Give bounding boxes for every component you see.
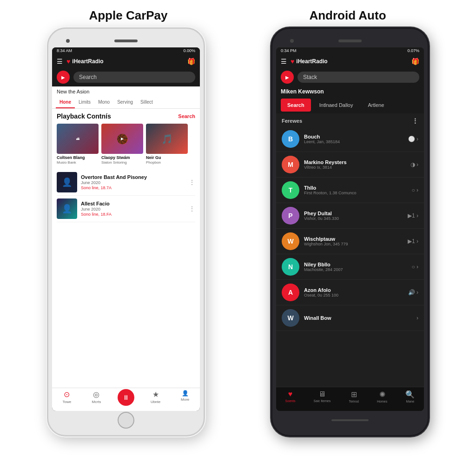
contact-name-2: Thllo [304, 185, 407, 191]
content-title: Playback Contnís [57, 112, 111, 120]
content-header: Playback Contnís Search [52, 109, 200, 122]
media-card-3[interactable]: 🎵 Neir Gu Phopbon [146, 124, 188, 165]
towe-icon: ⊙ [64, 390, 70, 399]
list-item-2[interactable]: 👤 Allest Facio June 2020 Sono line, 18.F… [57, 196, 195, 222]
apple-status-left: 8:34 AM [57, 48, 72, 54]
contact-row-0[interactable]: B Bouch Leent, Jan, 385184 ⚪ › [276, 126, 424, 152]
android-screen: 0:34 PM 0.07% ☰ ♥ iHeartRadio 🎁 ▶ Stac [276, 47, 424, 411]
mcrts-icon: ◎ [93, 390, 99, 399]
android-tab-intlnaed[interactable]: Intlnaed Dalloy [313, 99, 360, 112]
tab-mono[interactable]: Mono [94, 97, 113, 108]
gift-icon[interactable]: 🎁 [187, 58, 195, 65]
android-search-input[interactable]: Stack [298, 72, 419, 83]
android-bottom-soents[interactable]: ♥ Soents [285, 390, 296, 409]
tab-hone[interactable]: Hone [56, 97, 75, 108]
apple-nav-tabs: Hone Limits Mono Serving Sillect [52, 97, 200, 109]
android-app-name: iHeartRadio [296, 58, 327, 65]
app-name-apple: iHeartRadio [72, 58, 103, 65]
soents-label: Soents [285, 399, 296, 403]
tab-sillect[interactable]: Sillect [137, 97, 157, 108]
contact-sub-4: Wighshon Jon, 345 779 [304, 242, 403, 246]
apple-status-right: 0.00% [183, 48, 195, 54]
list-title-1: Overtore Bast And Pisoney [81, 174, 185, 180]
contact-avatar-0: B [282, 130, 299, 148]
apple-search-bar[interactable]: ▶ Search [52, 68, 200, 86]
contact-action-6[interactable]: 🔊 › [408, 289, 418, 296]
android-bottom-mane[interactable]: 🔍 Mane [405, 390, 415, 409]
android-status-bar: 0:34 PM 0.07% [276, 47, 424, 55]
android-user-name: Miken Kewwson [276, 86, 424, 97]
android-content: Ferewes ⋮ B Bouch Leent, Jan, 385184 ⚪ ›… [276, 113, 424, 387]
android-gift-icon[interactable]: 🎁 [411, 58, 419, 65]
contact-sub-2: First Rooton, 1.38 Comunco [304, 191, 407, 195]
card-sub-3: Phopbon [146, 160, 188, 165]
search-play-button[interactable]: ▶ [57, 71, 70, 84]
android-status-left: 0:34 PM [281, 48, 297, 54]
section-more-icon[interactable]: ⋮ [412, 117, 418, 125]
contact-action-4[interactable]: ▶1 › [408, 238, 418, 245]
android-phone-bottom [331, 411, 369, 430]
contact-row-3[interactable]: P Phey Dultal Vishor, 0u 345.330 ▶1 › [276, 203, 424, 229]
hamburger-icon[interactable]: ☰ [57, 58, 63, 65]
content-search-action[interactable]: Search [178, 113, 195, 119]
front-camera-icon [66, 39, 70, 43]
list-item-1[interactable]: 👤 Overtore Bast And Pisoney June 2020 So… [57, 169, 195, 196]
search-input[interactable]: Search [73, 72, 195, 83]
mane-icon: 🔍 [405, 390, 415, 399]
android-app-header: ☰ ♥ iHeartRadio 🎁 [276, 55, 424, 68]
list-sub-2: Sono line, 18.FA [81, 212, 185, 217]
card-title-3: Neir Gu [146, 155, 188, 160]
bottom-nav-more[interactable]: 👤 More [173, 390, 197, 409]
contact-action-5[interactable]: ○ › [411, 264, 418, 270]
tab-limits[interactable]: Limits [75, 97, 94, 108]
android-search-play-btn[interactable]: ▶ [281, 71, 294, 84]
contact-action-2[interactable]: ○ › [411, 187, 418, 193]
tab-serving[interactable]: Serving [113, 97, 137, 108]
android-bottom-terirod[interactable]: ⊞ Terirod [349, 390, 358, 409]
mcrts-label: Mcrts [92, 400, 101, 404]
contact-action-1[interactable]: ◑ › [410, 161, 418, 168]
phone-speaker [114, 40, 138, 42]
list-date-1: June 2020 [81, 180, 185, 185]
contact-action-3[interactable]: ▶1 › [408, 212, 418, 219]
android-top-bar [276, 34, 424, 47]
contact-row-4[interactable]: W Wischlptauw Wighshon Jon, 345 779 ▶1 › [276, 229, 424, 254]
bottom-nav-play[interactable]: ⏸ [114, 390, 138, 409]
media-card-2[interactable]: ▶ 🏀 Claopy Stwám Siaton Sntoring [101, 124, 143, 165]
towe-label: Towe [62, 400, 71, 404]
android-bottom-homes[interactable]: ✺ Homes [377, 390, 387, 409]
bottom-nav-ubnte[interactable]: ★ Ubnte [144, 390, 167, 409]
android-search-bar[interactable]: ▶ Stack [276, 68, 424, 86]
apple-phone-bottom [118, 411, 134, 430]
ubnte-label: Ubnte [151, 400, 160, 404]
contact-action-0[interactable]: ⚪ › [408, 136, 418, 142]
card-title-1: Coltsen Blang [57, 155, 99, 160]
card-image-city: 🏙 [57, 124, 99, 154]
saic-label: Saic Itemes [314, 399, 331, 403]
contact-info-7: Winall Bow [304, 315, 412, 321]
card-image-sports: ▶ 🏀 [101, 124, 143, 154]
media-card-1[interactable]: 🏙 Coltsen Blang Musio Bank [57, 124, 99, 165]
android-hamburger-icon[interactable]: ☰ [281, 58, 287, 65]
list-more-2[interactable]: ⋮ [189, 205, 195, 212]
contact-action-7[interactable]: › [416, 315, 418, 321]
list-more-1[interactable]: ⋮ [189, 178, 195, 186]
contact-row-1[interactable]: M Markino Reysters Viltreo Ix, 3814 ◑ › [276, 152, 424, 178]
play-center-button[interactable]: ⏸ [118, 389, 134, 406]
contact-row-6[interactable]: A Azon Afolo Oseat, 0u 255 100 🔊 › [276, 280, 424, 305]
phones-row: 8:34 AM 0.00% ☰ ♥ iHeartRadio 🎁 ▶ Sear [0, 27, 476, 476]
contact-name-3: Phey Dultal [304, 211, 403, 216]
android-iheartradio-logo: ♥ iHeartRadio [291, 58, 328, 65]
contact-row-5[interactable]: N Niley Bbllo Machosite, 284 2007 ○ › [276, 254, 424, 280]
bottom-nav-towe[interactable]: ⊙ Towe [55, 390, 79, 409]
android-bottom-saic[interactable]: 🖥 Saic Itemes [314, 390, 331, 409]
contact-avatar-3: P [282, 207, 299, 225]
android-tab-search[interactable]: Search [281, 99, 311, 112]
home-button[interactable] [118, 412, 134, 429]
contact-row-7[interactable]: W Winall Bow › [276, 305, 424, 331]
contact-info-0: Bouch Leent, Jan, 385184 [304, 134, 403, 144]
bottom-nav-mcrts[interactable]: ◎ Mcrts [85, 390, 108, 409]
android-tab-artlene[interactable]: Artlene [361, 99, 390, 112]
contact-row-2[interactable]: T Thllo First Rooton, 1.38 Comunco ○ › [276, 178, 424, 203]
contact-sub-0: Leent, Jan, 385184 [304, 139, 403, 144]
